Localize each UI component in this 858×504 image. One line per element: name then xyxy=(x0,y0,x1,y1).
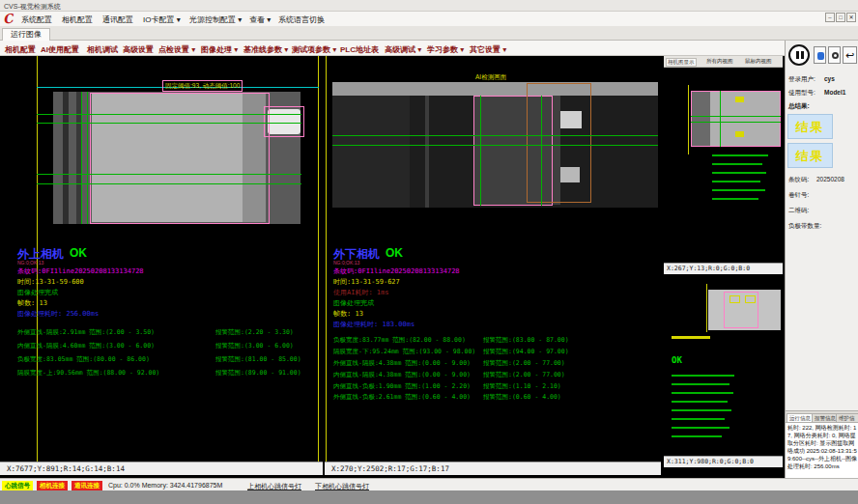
run-log[interactable]: 耗时: 222, 网络检测耗时: 17, 网络分类耗时: 0, 网络提取分区耗时… xyxy=(786,422,858,478)
tab-camera-display[interactable]: 相机图显示 xyxy=(666,58,697,67)
alarm-range: 报警范围:(0.60 - 4.00) xyxy=(483,393,561,402)
measurement-value: 隔膜宽度-上:90.56mm 范围:(88.00 - 92.00) xyxy=(17,369,159,377)
tool-camera-debug[interactable]: 相机调试 xyxy=(87,44,118,55)
gear-icon xyxy=(832,52,839,59)
pause-icon xyxy=(801,51,804,59)
preview-view-top[interactable] xyxy=(664,68,783,263)
camera-button[interactable] xyxy=(814,46,826,64)
text-line xyxy=(672,409,731,411)
strip-count-label: 负极带数量: xyxy=(788,222,821,231)
login-user-label: 登录用户: xyxy=(788,75,815,84)
cpu-memory-text: Cpu: 0.0% Memory: 3424.41796875M xyxy=(108,482,222,489)
text-line xyxy=(712,198,758,200)
alarm-range: 报警范围:(1.10 - 2.10) xyxy=(483,382,561,391)
menu-io-config[interactable]: IO卡配置 ▾ xyxy=(143,14,181,25)
measurement-value: 外侧直线-隔膜:2.91mm 范围:(2.00 - 3.50) xyxy=(17,328,155,336)
measurement-row: 内侧直线-隔膜:4.60mm 范围:(3.00 - 6.00) 报警范围:(3.… xyxy=(17,342,155,350)
barcode-label: 条纹码:0FI1line20250208133134728 xyxy=(333,266,460,276)
menu-light-config[interactable]: 光源控制配置 ▾ xyxy=(189,14,242,25)
tab-all-views[interactable]: 所有内视图 xyxy=(706,58,733,65)
ng-ok-counters: NG:0;OK:13 xyxy=(17,260,43,266)
qr-label: 二维码: xyxy=(788,207,809,215)
tool-image-process[interactable]: 图像处理 ▾ xyxy=(201,44,238,55)
measurement-value: 负极宽度:83.77mm 范围:(82.00 - 88.00) xyxy=(333,336,466,344)
middle-view-status: X:270;Y:2502;R:17;G:17;B:17 xyxy=(325,462,661,475)
tool-camera-config[interactable]: 相机配置 xyxy=(5,44,36,55)
text-line xyxy=(672,336,710,339)
measure-line xyxy=(332,145,658,146)
app-window: CVS-视觉检测系统 C 系统配置 相机配置 通讯配置 IO卡配置 ▾ 光源控制… xyxy=(0,0,858,504)
menu-system-config[interactable]: 系统配置 xyxy=(21,14,52,25)
barcode-label: 条纹码:0FI1line20250208133134728 xyxy=(17,266,144,276)
text-line xyxy=(712,154,768,156)
camera-view-upper[interactable]: 固定阈值:93, 动态阈值:100 外上相机 OK NG:0;OK:13 条纹码… xyxy=(0,56,323,462)
measure-line xyxy=(37,174,301,175)
tool-test-params[interactable]: 测试项参数 ▾ xyxy=(292,44,336,55)
menu-language-switch[interactable]: 系统语言切换 xyxy=(278,14,325,25)
settings-button[interactable] xyxy=(828,46,841,64)
tool-learn-params[interactable]: 学习参数 ▾ xyxy=(427,44,464,55)
measurement-value: 内侧直线-隔膜:4.38mm 范围:(0.00 - 9.00) xyxy=(333,371,471,378)
image-strut xyxy=(425,96,429,208)
calibration-vline xyxy=(706,284,707,332)
bottom-strip xyxy=(0,490,858,504)
left-view-status: X:7677;Y:891;R:14;G:14;B:14 xyxy=(0,462,323,475)
calibration-vline xyxy=(688,85,689,154)
tool-baseline-params[interactable]: 基准线参数 ▾ xyxy=(243,44,288,55)
login-user-value: cys xyxy=(824,75,835,82)
measure-line xyxy=(691,116,781,117)
status-bar: 心跳信号 相机连接 通讯连接 Cpu: 0.0% Memory: 3424.41… xyxy=(0,478,858,490)
measurement-row: 外侧直线-隔膜:2.91mm 范围:(2.00 - 3.50) 报警范围:(2.… xyxy=(17,328,155,337)
result-ok-label: OK xyxy=(70,246,87,260)
window-title: CVS-视觉检测系统 xyxy=(4,2,61,12)
pause-button[interactable] xyxy=(788,44,810,66)
pause-icon xyxy=(796,51,799,59)
title-bar: CVS-视觉检测系统 xyxy=(0,0,858,12)
menu-comm-config[interactable]: 通讯配置 xyxy=(102,14,133,25)
measurement-row: 外侧直线-负极:2.61mm 范围:(0.60 - 4.00) 报警范围:(0.… xyxy=(333,393,471,402)
menu-camera-config[interactable]: 相机配置 xyxy=(62,14,93,25)
measure-vline xyxy=(541,96,542,206)
close-icon[interactable]: ✕ xyxy=(846,13,856,22)
tool-other-settings[interactable]: 其它设置 ▾ xyxy=(470,44,506,55)
text-line xyxy=(712,189,765,191)
preview-view-bottom[interactable]: OK xyxy=(664,274,783,456)
measurement-value: 负极宽度:83.05mm 范围:(80.00 - 86.00) xyxy=(17,355,150,363)
threshold-label: 固定阈值:93, 动态阈值:100 xyxy=(162,80,243,92)
time-label: 时间:13-31-59-600 xyxy=(17,277,84,287)
ai-time-label: 使用AI耗时: 1ms xyxy=(333,288,389,297)
measurement-row: 外侧直线-隔膜:4.38mm 范围:(0.00 - 9.00) 报警范围:(2.… xyxy=(333,359,471,368)
camera-view-lower[interactable]: AI检测画面 外下相机 OK NG:0;OK:13 条纹码:0FI1line20… xyxy=(325,56,661,462)
measurement-value: 外侧直线-隔膜:4.38mm 范围:(0.00 - 9.00) xyxy=(333,359,471,367)
text-line xyxy=(672,401,728,403)
process-done-label: 图像处理完成 xyxy=(17,288,58,297)
measurement-value: 内侧直线-负极:1.90mm 范围:(1.00 - 2.20) xyxy=(333,382,471,390)
measurement-row: 负极宽度:83.77mm 范围:(82.00 - 88.00) 报警范围:(83… xyxy=(333,336,466,345)
tab-mouse-view[interactable]: 鼠标内视图 xyxy=(745,58,772,65)
tool-advanced-set[interactable]: 高级设置 xyxy=(123,44,154,55)
result-ok-label: OK xyxy=(672,355,682,365)
tool-ai-config[interactable]: AI使用配置 xyxy=(41,44,79,55)
tab-run-image[interactable]: 运行图像 xyxy=(2,28,50,41)
menu-view[interactable]: 查看 ▾ xyxy=(249,14,271,25)
menu-bar: C 系统配置 相机配置 通讯配置 IO卡配置 ▾ 光源控制配置 ▾ 查看 ▾ 系… xyxy=(0,12,858,26)
small-view-tabbar: 相机图显示 所有内视图 鼠标内视图 xyxy=(664,56,783,68)
alarm-range: 报警范围:(81.00 - 85.00) xyxy=(215,355,301,364)
camera-icon xyxy=(817,52,824,60)
alarm-range: 报警范围:(89.00 - 91.00) xyxy=(215,369,301,378)
result-box-lower: 结果 xyxy=(787,143,833,168)
exit-button[interactable]: –↩ xyxy=(843,46,857,64)
control-panel: –↩ 登录用户: cys 使用型号: Model1 总结果: 结果 结果 条纹码… xyxy=(785,41,858,478)
heartbeat-badge: 心跳信号 xyxy=(2,481,33,490)
tool-plc-table[interactable]: PLC地址表 xyxy=(340,44,379,55)
process-done-label: 图像处理完成 xyxy=(333,298,374,308)
measure-vline xyxy=(81,92,82,224)
tool-advanced-debug[interactable]: 高级调试 ▾ xyxy=(385,44,421,55)
maximize-icon[interactable]: □ xyxy=(836,13,845,22)
minimize-icon[interactable]: – xyxy=(825,13,835,22)
measure-line xyxy=(37,114,301,115)
alarm-range: 报警范围:(94.00 - 97.00) xyxy=(483,348,569,356)
alarm-range: 报警范围:(83.00 - 87.00) xyxy=(483,336,569,345)
model-label: 使用型号: xyxy=(788,89,815,98)
tool-spotcheck-set[interactable]: 点检设置 ▾ xyxy=(158,44,195,55)
